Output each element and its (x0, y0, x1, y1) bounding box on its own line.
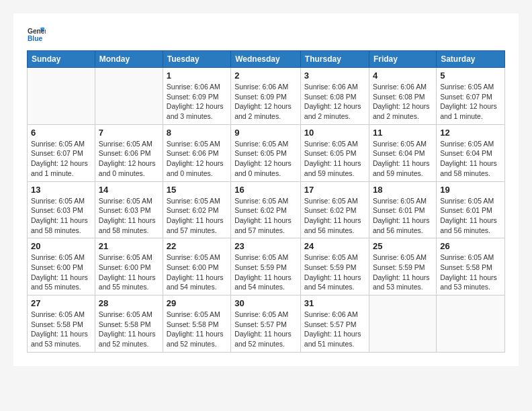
day-detail: Sunrise: 6:05 AM Sunset: 6:04 PM Dayligh… (373, 139, 433, 179)
weekday-header-thursday: Thursday (300, 51, 369, 68)
day-number: 14 (99, 185, 159, 195)
calendar-cell (28, 68, 95, 125)
day-number: 5 (440, 71, 501, 81)
calendar-table: SundayMondayTuesdayWednesdayThursdayFrid… (27, 50, 505, 353)
day-number: 22 (167, 241, 227, 251)
day-number: 24 (304, 241, 365, 251)
day-number: 18 (373, 185, 433, 195)
day-detail: Sunrise: 6:05 AM Sunset: 6:06 PM Dayligh… (167, 139, 227, 179)
day-detail: Sunrise: 6:05 AM Sunset: 5:58 PM Dayligh… (440, 253, 501, 292)
day-detail: Sunrise: 6:05 AM Sunset: 5:59 PM Dayligh… (304, 253, 365, 292)
day-detail: Sunrise: 6:05 AM Sunset: 5:58 PM Dayligh… (167, 310, 227, 349)
day-detail: Sunrise: 6:06 AM Sunset: 6:08 PM Dayligh… (373, 82, 433, 122)
day-detail: Sunrise: 6:05 AM Sunset: 6:05 PM Dayligh… (304, 139, 365, 179)
calendar-cell: 21Sunrise: 6:05 AM Sunset: 6:00 PM Dayli… (95, 238, 163, 295)
day-detail: Sunrise: 6:05 AM Sunset: 6:01 PM Dayligh… (373, 196, 433, 236)
calendar-cell: 13Sunrise: 6:05 AM Sunset: 6:03 PM Dayli… (28, 181, 95, 238)
day-detail: Sunrise: 6:05 AM Sunset: 5:58 PM Dayligh… (99, 310, 159, 349)
day-number: 17 (304, 185, 365, 195)
day-detail: Sunrise: 6:05 AM Sunset: 6:02 PM Dayligh… (234, 196, 297, 236)
weekday-header-wednesday: Wednesday (231, 51, 301, 68)
day-detail: Sunrise: 6:05 AM Sunset: 6:05 PM Dayligh… (234, 139, 297, 179)
day-detail: Sunrise: 6:06 AM Sunset: 6:09 PM Dayligh… (234, 82, 297, 122)
day-number: 19 (440, 185, 501, 195)
calendar-cell: 25Sunrise: 6:05 AM Sunset: 5:59 PM Dayli… (369, 238, 436, 295)
day-detail: Sunrise: 6:05 AM Sunset: 6:00 PM Dayligh… (31, 253, 91, 292)
day-detail: Sunrise: 6:05 AM Sunset: 6:07 PM Dayligh… (31, 139, 91, 179)
day-number: 7 (99, 128, 159, 138)
calendar-cell: 17Sunrise: 6:05 AM Sunset: 6:02 PM Dayli… (300, 181, 369, 238)
calendar-cell: 26Sunrise: 6:05 AM Sunset: 5:58 PM Dayli… (437, 238, 505, 295)
day-number: 9 (234, 128, 297, 138)
weekday-header-tuesday: Tuesday (163, 51, 230, 68)
day-detail: Sunrise: 6:06 AM Sunset: 5:57 PM Dayligh… (304, 310, 365, 349)
day-detail: Sunrise: 6:05 AM Sunset: 6:06 PM Dayligh… (99, 139, 159, 179)
day-detail: Sunrise: 6:05 AM Sunset: 6:07 PM Dayligh… (440, 82, 501, 122)
calendar-cell: 6Sunrise: 6:05 AM Sunset: 6:07 PM Daylig… (28, 124, 95, 181)
week-row-4: 20Sunrise: 6:05 AM Sunset: 6:00 PM Dayli… (28, 238, 505, 295)
calendar-cell (369, 295, 436, 353)
day-detail: Sunrise: 6:05 AM Sunset: 5:59 PM Dayligh… (373, 253, 433, 292)
day-detail: Sunrise: 6:05 AM Sunset: 6:01 PM Dayligh… (440, 196, 501, 236)
calendar-cell: 20Sunrise: 6:05 AM Sunset: 6:00 PM Dayli… (28, 238, 95, 295)
calendar-cell: 11Sunrise: 6:05 AM Sunset: 6:04 PM Dayli… (369, 124, 436, 181)
day-detail: Sunrise: 6:05 AM Sunset: 6:03 PM Dayligh… (31, 196, 91, 236)
day-number: 16 (234, 185, 297, 195)
day-number: 6 (31, 128, 91, 138)
logo: General Blue (27, 24, 46, 44)
day-number: 30 (234, 298, 297, 308)
calendar-cell: 7Sunrise: 6:05 AM Sunset: 6:06 PM Daylig… (95, 124, 163, 181)
day-number: 1 (167, 71, 227, 81)
weekday-header-row: SundayMondayTuesdayWednesdayThursdayFrid… (28, 51, 505, 68)
day-detail: Sunrise: 6:05 AM Sunset: 6:02 PM Dayligh… (167, 196, 227, 236)
week-row-2: 6Sunrise: 6:05 AM Sunset: 6:07 PM Daylig… (28, 124, 505, 181)
day-number: 26 (440, 241, 501, 251)
week-row-5: 27Sunrise: 6:05 AM Sunset: 5:58 PM Dayli… (28, 295, 505, 353)
day-detail: Sunrise: 6:05 AM Sunset: 6:02 PM Dayligh… (304, 196, 365, 236)
day-detail: Sunrise: 6:05 AM Sunset: 6:00 PM Dayligh… (167, 253, 227, 292)
day-detail: Sunrise: 6:05 AM Sunset: 5:58 PM Dayligh… (31, 310, 91, 349)
calendar-cell: 16Sunrise: 6:05 AM Sunset: 6:02 PM Dayli… (231, 181, 301, 238)
day-number: 27 (31, 298, 91, 308)
calendar-cell: 24Sunrise: 6:05 AM Sunset: 5:59 PM Dayli… (300, 238, 369, 295)
day-detail: Sunrise: 6:05 AM Sunset: 6:04 PM Dayligh… (440, 139, 501, 179)
day-detail: Sunrise: 6:05 AM Sunset: 6:03 PM Dayligh… (99, 196, 159, 236)
weekday-header-sunday: Sunday (28, 51, 95, 68)
day-number: 13 (31, 185, 91, 195)
day-number: 23 (234, 241, 297, 251)
svg-text:Blue: Blue (28, 35, 43, 42)
calendar-cell: 1Sunrise: 6:06 AM Sunset: 6:09 PM Daylig… (163, 68, 230, 125)
calendar-cell: 3Sunrise: 6:06 AM Sunset: 6:08 PM Daylig… (300, 68, 369, 125)
day-number: 8 (167, 128, 227, 138)
day-number: 4 (373, 71, 433, 81)
day-number: 3 (304, 71, 365, 81)
calendar-cell (95, 68, 163, 125)
calendar-cell: 8Sunrise: 6:05 AM Sunset: 6:06 PM Daylig… (163, 124, 230, 181)
day-number: 21 (99, 241, 159, 251)
calendar-cell: 9Sunrise: 6:05 AM Sunset: 6:05 PM Daylig… (231, 124, 301, 181)
day-number: 10 (304, 128, 365, 138)
day-detail: Sunrise: 6:06 AM Sunset: 6:08 PM Dayligh… (304, 82, 365, 122)
calendar-cell: 19Sunrise: 6:05 AM Sunset: 6:01 PM Dayli… (437, 181, 505, 238)
day-number: 15 (167, 185, 227, 195)
calendar-cell: 31Sunrise: 6:06 AM Sunset: 5:57 PM Dayli… (300, 295, 369, 353)
day-number: 12 (440, 128, 501, 138)
calendar-cell: 12Sunrise: 6:05 AM Sunset: 6:04 PM Dayli… (437, 124, 505, 181)
day-number: 20 (31, 241, 91, 251)
calendar-container: General Blue SundayMondayTuesdayWednesda… (13, 13, 519, 366)
calendar-cell: 23Sunrise: 6:05 AM Sunset: 5:59 PM Dayli… (231, 238, 301, 295)
weekday-header-monday: Monday (95, 51, 163, 68)
day-number: 31 (304, 298, 365, 308)
day-number: 25 (373, 241, 433, 251)
day-detail: Sunrise: 6:05 AM Sunset: 5:57 PM Dayligh… (234, 310, 297, 349)
calendar-cell: 18Sunrise: 6:05 AM Sunset: 6:01 PM Dayli… (369, 181, 436, 238)
calendar-cell: 15Sunrise: 6:05 AM Sunset: 6:02 PM Dayli… (163, 181, 230, 238)
calendar-cell: 2Sunrise: 6:06 AM Sunset: 6:09 PM Daylig… (231, 68, 301, 125)
calendar-cell: 30Sunrise: 6:05 AM Sunset: 5:57 PM Dayli… (231, 295, 301, 353)
calendar-cell: 29Sunrise: 6:05 AM Sunset: 5:58 PM Dayli… (163, 295, 230, 353)
day-number: 2 (234, 71, 297, 81)
day-detail: Sunrise: 6:06 AM Sunset: 6:09 PM Dayligh… (167, 82, 227, 122)
week-row-1: 1Sunrise: 6:06 AM Sunset: 6:09 PM Daylig… (28, 68, 505, 125)
calendar-cell: 4Sunrise: 6:06 AM Sunset: 6:08 PM Daylig… (369, 68, 436, 125)
day-detail: Sunrise: 6:05 AM Sunset: 6:00 PM Dayligh… (99, 253, 159, 292)
